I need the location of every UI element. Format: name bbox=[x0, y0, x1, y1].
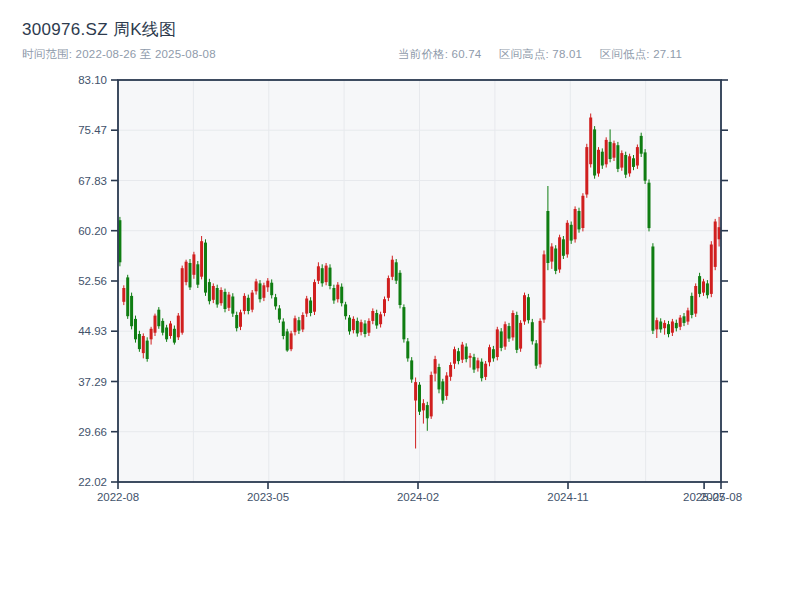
candle bbox=[589, 114, 592, 168]
candle bbox=[531, 319, 534, 345]
candle bbox=[204, 239, 207, 296]
candle bbox=[519, 320, 522, 352]
candle bbox=[651, 243, 654, 334]
x-tick-label: 2024-02 bbox=[397, 491, 439, 503]
candle bbox=[395, 259, 398, 284]
candle bbox=[574, 206, 577, 242]
candle bbox=[224, 289, 227, 313]
candle bbox=[535, 340, 538, 369]
candle bbox=[648, 179, 651, 231]
candle bbox=[438, 364, 441, 394]
y-tick-label: 37.29 bbox=[78, 376, 107, 388]
candle bbox=[329, 264, 332, 289]
candle bbox=[710, 241, 713, 297]
candle bbox=[597, 147, 600, 177]
candle bbox=[340, 283, 343, 306]
candle bbox=[196, 261, 199, 288]
candle bbox=[313, 279, 316, 315]
candle bbox=[181, 266, 184, 335]
candle bbox=[504, 322, 507, 350]
candle bbox=[578, 208, 581, 233]
candle bbox=[286, 329, 289, 352]
candle bbox=[200, 236, 203, 279]
candle bbox=[146, 337, 149, 361]
kline-chart-page: 300976.SZ 周K线图 时间范围: 2022-08-26 至 2025-0… bbox=[0, 0, 800, 600]
x-tick-label: 2024-11 bbox=[547, 491, 588, 503]
x-tick-label: 2023-05 bbox=[247, 491, 289, 503]
candle bbox=[554, 245, 557, 274]
candle bbox=[387, 276, 390, 302]
candle bbox=[566, 220, 569, 258]
candle bbox=[399, 270, 402, 308]
candle bbox=[511, 310, 514, 340]
y-tick-label: 44.93 bbox=[78, 325, 107, 337]
candle bbox=[515, 312, 518, 353]
candle bbox=[523, 293, 526, 325]
candle bbox=[616, 142, 619, 172]
candle bbox=[189, 259, 192, 290]
candle bbox=[126, 275, 129, 319]
candle bbox=[644, 149, 647, 184]
x-axis: 2022-082023-052024-022024-112025-072025-… bbox=[97, 482, 742, 503]
candle bbox=[562, 236, 565, 259]
candle bbox=[430, 372, 433, 419]
candle bbox=[410, 357, 413, 383]
candle bbox=[402, 304, 405, 342]
candle bbox=[231, 293, 234, 317]
y-tick-label: 67.83 bbox=[78, 175, 107, 187]
y-tick-label: 83.10 bbox=[78, 74, 107, 86]
candle bbox=[251, 290, 254, 312]
candle bbox=[441, 379, 444, 404]
candle bbox=[698, 273, 701, 297]
candle bbox=[154, 314, 157, 336]
candle bbox=[527, 294, 530, 324]
candle bbox=[406, 338, 409, 362]
candle bbox=[636, 145, 639, 169]
candle bbox=[605, 137, 608, 167]
candle bbox=[220, 287, 223, 305]
y-tick-label: 52.56 bbox=[78, 275, 107, 287]
candle bbox=[177, 313, 180, 340]
candle bbox=[259, 280, 262, 302]
candle bbox=[543, 251, 546, 323]
candle bbox=[628, 154, 631, 177]
candle bbox=[558, 235, 561, 273]
y-tick-label: 75.47 bbox=[78, 124, 107, 136]
candle bbox=[624, 152, 627, 178]
candle bbox=[690, 293, 693, 319]
candle bbox=[445, 372, 448, 400]
candle bbox=[134, 316, 137, 343]
y-tick-label: 29.66 bbox=[78, 426, 107, 438]
candle bbox=[570, 222, 573, 244]
candle bbox=[130, 293, 133, 330]
y-tick-label: 60.20 bbox=[78, 225, 107, 237]
candle bbox=[216, 285, 219, 308]
candle bbox=[157, 307, 160, 329]
y-tick-label: 22.02 bbox=[78, 476, 107, 488]
candle bbox=[581, 193, 584, 231]
x-tick-label: 2025-08 bbox=[700, 491, 742, 503]
candle bbox=[640, 133, 643, 157]
candle bbox=[290, 331, 293, 351]
candle bbox=[192, 252, 195, 279]
candlestick-chart: 83.1075.4767.8360.2052.5644.9337.2929.66… bbox=[0, 0, 800, 600]
candle bbox=[480, 358, 483, 381]
candle bbox=[496, 327, 499, 361]
candle bbox=[185, 260, 188, 286]
x-tick-label: 2022-08 bbox=[97, 491, 139, 503]
candle bbox=[593, 126, 596, 179]
candle bbox=[694, 283, 697, 317]
candle bbox=[418, 382, 421, 415]
candle bbox=[714, 219, 717, 270]
candle bbox=[585, 144, 588, 198]
candle bbox=[325, 263, 328, 285]
candle bbox=[208, 279, 211, 305]
candle bbox=[301, 312, 304, 332]
candle bbox=[539, 318, 542, 367]
candle bbox=[500, 328, 503, 351]
